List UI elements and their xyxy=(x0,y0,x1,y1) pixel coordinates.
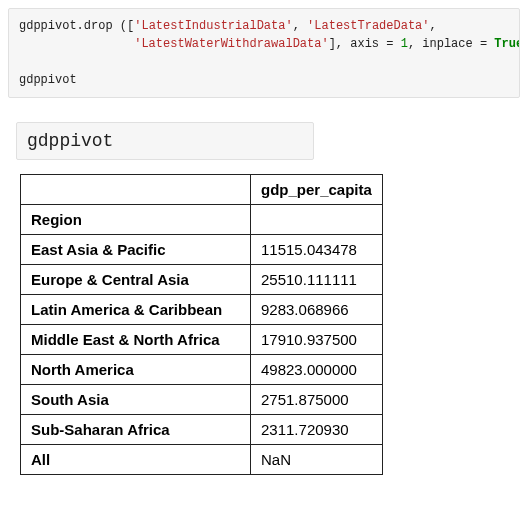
output-area: gdppivot gdp_per_capita Region East Asia… xyxy=(8,122,520,475)
table-value-cell: 17910.937500 xyxy=(251,325,383,355)
table-value-cell: NaN xyxy=(251,445,383,475)
code-arg-2: 'LatestTradeData' xyxy=(307,19,429,33)
table-header-row: gdp_per_capita xyxy=(21,175,383,205)
table-col-header: gdp_per_capita xyxy=(251,175,383,205)
code-var: gdppivot xyxy=(19,19,77,33)
table-value-cell: 2751.875000 xyxy=(251,385,383,415)
table-row: North America 49823.000000 xyxy=(21,355,383,385)
table-region-cell: Europe & Central Asia xyxy=(21,265,251,295)
table-row: All NaN xyxy=(21,445,383,475)
code-arg-1: 'LatestIndustrialData' xyxy=(134,19,292,33)
code-cell: gdppivot.drop (['LatestIndustrialData', … xyxy=(8,8,520,98)
table-blank-header xyxy=(21,175,251,205)
table-row: Sub-Saharan Africa 2311.720930 xyxy=(21,415,383,445)
table-row: Europe & Central Asia 25510.111111 xyxy=(21,265,383,295)
table-value-cell: 49823.000000 xyxy=(251,355,383,385)
code-repr-line: gdppivot xyxy=(19,73,77,87)
table-region-cell: Middle East & North Africa xyxy=(21,325,251,355)
table-index-name: Region xyxy=(21,205,251,235)
code-kwarg-axis: axis xyxy=(350,37,379,51)
table-blank-cell xyxy=(251,205,383,235)
dataframe-table: gdp_per_capita Region East Asia & Pacifi… xyxy=(20,174,383,475)
table-region-cell: South Asia xyxy=(21,385,251,415)
code-axis-val: 1 xyxy=(401,37,408,51)
table-row: East Asia & Pacific 11515.043478 xyxy=(21,235,383,265)
output-repr: gdppivot xyxy=(16,122,314,160)
code-kwarg-inplace: inplace xyxy=(422,37,472,51)
code-inplace-val: True xyxy=(494,37,520,51)
table-row: Latin America & Caribbean 9283.068966 xyxy=(21,295,383,325)
table-index-name-row: Region xyxy=(21,205,383,235)
table-value-cell: 2311.720930 xyxy=(251,415,383,445)
table-region-cell: North America xyxy=(21,355,251,385)
table-region-cell: All xyxy=(21,445,251,475)
table-row: Middle East & North Africa 17910.937500 xyxy=(21,325,383,355)
table-value-cell: 9283.068966 xyxy=(251,295,383,325)
table-region-cell: East Asia & Pacific xyxy=(21,235,251,265)
code-method: drop xyxy=(84,19,113,33)
code-arg-3: 'LatestWaterWithdrawalData' xyxy=(134,37,328,51)
table-value-cell: 11515.043478 xyxy=(251,235,383,265)
table-region-cell: Sub-Saharan Africa xyxy=(21,415,251,445)
table-region-cell: Latin America & Caribbean xyxy=(21,295,251,325)
table-value-cell: 25510.111111 xyxy=(251,265,383,295)
table-row: South Asia 2751.875000 xyxy=(21,385,383,415)
